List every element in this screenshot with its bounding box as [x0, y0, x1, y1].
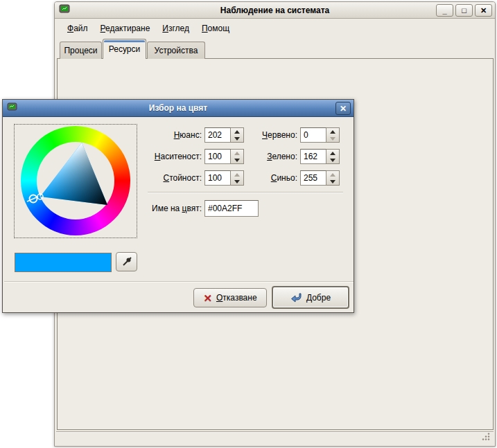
menu-help[interactable]: Помощ: [196, 21, 235, 35]
eyedropper-button[interactable]: [116, 252, 137, 271]
cancel-x-icon: ✕: [203, 293, 212, 303]
dialog-close-button[interactable]: ✕: [335, 102, 351, 115]
blue-label: Синьо:: [242, 170, 297, 186]
blue-spinbox[interactable]: 255: [300, 170, 326, 186]
titlebar[interactable]: Наблюдение на системата _ □ ✕: [55, 2, 495, 19]
red-spinbox[interactable]: 0: [300, 127, 326, 143]
dialog-title: Избор на цвят: [3, 103, 354, 113]
cancel-button[interactable]: ✕ Отказване: [193, 288, 267, 307]
menubar: Файл Редактиране Изглед Помощ: [56, 19, 494, 37]
saturation-spinbox[interactable]: 100: [204, 149, 231, 164]
statusbar-divider: [56, 431, 494, 432]
hue-spinbox[interactable]: 202: [204, 127, 231, 143]
close-button[interactable]: ✕: [475, 4, 492, 17]
red-spin-buttons[interactable]: [326, 127, 340, 143]
tab-processes[interactable]: Процеси: [60, 42, 102, 59]
tab-devices[interactable]: Устройства: [147, 42, 205, 59]
menu-view[interactable]: Изглед: [157, 21, 195, 35]
resize-grip[interactable]: [482, 432, 491, 443]
fields-divider: [148, 192, 343, 193]
color-preview: [15, 253, 112, 272]
saturation-value-triangle[interactable]: [15, 125, 138, 239]
ok-button[interactable]: Добре: [272, 286, 349, 309]
value-label: Стойност:: [134, 170, 202, 186]
dialog-titlebar[interactable]: Избор на цвят ✕: [3, 100, 354, 117]
dialog-icon: [7, 102, 17, 114]
saturation-label: Наситеност:: [134, 149, 202, 164]
window-title: Наблюдение на системата: [55, 6, 495, 15]
system-monitor-icon: [59, 4, 70, 16]
menu-file[interactable]: Файл: [62, 21, 94, 35]
color-wheel-area: [14, 124, 137, 238]
maximize-button[interactable]: □: [455, 4, 473, 17]
hue-label: Нюанс:: [134, 127, 202, 143]
color-name-label: Име на цвят:: [119, 201, 202, 216]
menu-edit[interactable]: Редактиране: [95, 21, 156, 35]
ok-enter-icon: [290, 292, 302, 303]
desktop: Наблюдение на системата _ □ ✕ Файл Редак…: [0, 0, 497, 448]
red-label: Червено:: [242, 127, 297, 143]
minimize-button[interactable]: _: [436, 4, 453, 17]
green-label: Зелено:: [242, 149, 297, 164]
color-name-input[interactable]: #00A2FF: [204, 200, 259, 217]
color-picker-dialog: Избор на цвят ✕: [2, 99, 354, 313]
tab-resources[interactable]: Ресурси: [103, 39, 146, 59]
green-spinbox[interactable]: 162: [300, 149, 326, 164]
button-divider: [4, 281, 354, 283]
value-spinbox[interactable]: 100: [204, 170, 231, 186]
green-spin-buttons[interactable]: [326, 149, 340, 164]
blue-spin-buttons[interactable]: [326, 170, 340, 186]
eyedropper-icon: [121, 256, 132, 267]
